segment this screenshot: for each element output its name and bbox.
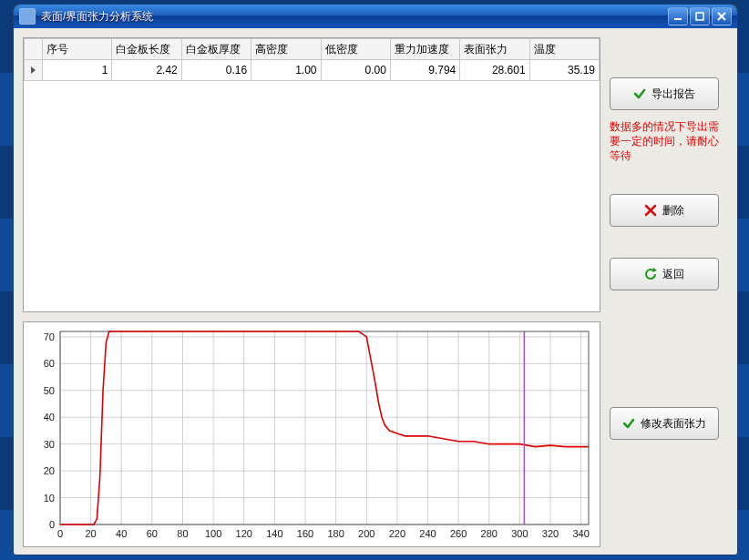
- cell[interactable]: 2.42: [112, 60, 181, 81]
- svg-text:50: 50: [44, 385, 55, 396]
- col-temp[interactable]: 温度: [529, 39, 599, 60]
- x-icon: [644, 204, 657, 217]
- export-note: 数据多的情况下导出需要一定的时间，请耐心等待: [610, 119, 726, 163]
- col-plate-thk[interactable]: 白金板厚度: [181, 39, 251, 60]
- col-low-dens[interactable]: 低密度: [321, 39, 390, 60]
- svg-rect-28: [60, 331, 589, 524]
- chart-svg: 0204060801001201401601802002202402602803…: [24, 322, 600, 546]
- svg-text:40: 40: [44, 412, 55, 423]
- col-seq[interactable]: 序号: [43, 39, 112, 60]
- button-label: 修改表面张力: [641, 416, 706, 432]
- export-report-button[interactable]: 导出报告: [610, 77, 719, 110]
- button-label: 导出报告: [652, 87, 695, 102]
- svg-text:300: 300: [511, 528, 528, 539]
- refresh-icon: [644, 268, 657, 280]
- svg-text:120: 120: [236, 528, 252, 539]
- svg-text:70: 70: [44, 331, 55, 342]
- svg-text:80: 80: [177, 528, 188, 539]
- button-label: 删除: [662, 203, 684, 219]
- button-label: 返回: [662, 267, 684, 282]
- svg-text:220: 220: [389, 528, 405, 539]
- svg-text:30: 30: [44, 439, 55, 450]
- svg-rect-1: [696, 13, 703, 20]
- svg-marker-56: [652, 268, 657, 272]
- window-title: 表面/界面张力分析系统: [41, 9, 668, 25]
- cell[interactable]: 1.00: [251, 60, 321, 81]
- svg-text:40: 40: [116, 528, 127, 539]
- col-tension[interactable]: 表面张力: [460, 39, 529, 60]
- back-button[interactable]: 返回: [610, 258, 719, 290]
- minimize-button[interactable]: [668, 7, 688, 25]
- cell[interactable]: 28.601: [460, 60, 529, 81]
- app-icon: [19, 8, 36, 25]
- modify-tension-button[interactable]: 修改表面张力: [610, 407, 719, 440]
- cell[interactable]: 9.794: [390, 60, 459, 81]
- check-icon: [633, 87, 646, 100]
- svg-text:60: 60: [147, 528, 158, 539]
- svg-text:100: 100: [205, 528, 221, 539]
- maximize-button[interactable]: [690, 7, 710, 25]
- col-plate-len[interactable]: 白金板长度: [112, 39, 181, 60]
- title-bar[interactable]: 表面/界面张力分析系统: [14, 5, 737, 29]
- close-button[interactable]: [712, 7, 732, 25]
- check-icon: [622, 417, 635, 430]
- side-panel: 导出报告 数据多的情况下导出需要一定的时间，请耐心等待 删除 返回 修改表面张力: [610, 37, 728, 545]
- cell[interactable]: 0.00: [321, 60, 390, 81]
- svg-text:20: 20: [44, 465, 55, 476]
- cell[interactable]: 0.16: [181, 60, 251, 81]
- svg-text:340: 340: [572, 528, 589, 539]
- col-high-dens[interactable]: 高密度: [251, 39, 321, 60]
- col-gravity[interactable]: 重力加速度: [390, 39, 459, 60]
- svg-text:240: 240: [419, 528, 436, 539]
- svg-text:20: 20: [85, 528, 96, 539]
- cell[interactable]: 35.19: [529, 60, 599, 81]
- svg-text:60: 60: [44, 358, 55, 369]
- svg-text:320: 320: [542, 528, 559, 539]
- current-row-indicator-icon: [25, 60, 43, 81]
- app-window: 表面/界面张力分析系统 序号 白金板长度 白金板厚度 高密度 低密度 重力加速度…: [13, 4, 738, 555]
- svg-text:0: 0: [57, 528, 63, 539]
- svg-text:140: 140: [266, 528, 282, 539]
- svg-text:260: 260: [450, 528, 467, 539]
- svg-text:0: 0: [49, 519, 55, 530]
- delete-button[interactable]: 删除: [610, 194, 719, 227]
- table-row[interactable]: 1 2.42 0.16 1.00 0.00 9.794 28.601 35.19: [25, 60, 600, 81]
- tension-chart: 0204060801001201401601802002202402602803…: [23, 321, 600, 547]
- cell[interactable]: 1: [43, 60, 112, 81]
- svg-text:180: 180: [327, 528, 344, 539]
- table-header-row: 序号 白金板长度 白金板厚度 高密度 低密度 重力加速度 表面张力 温度: [25, 39, 600, 60]
- data-table[interactable]: 序号 白金板长度 白金板厚度 高密度 低密度 重力加速度 表面张力 温度 1 2…: [23, 37, 600, 312]
- svg-text:280: 280: [481, 528, 498, 539]
- row-indicator-header: [25, 39, 43, 60]
- svg-text:200: 200: [358, 528, 374, 539]
- svg-text:10: 10: [44, 493, 55, 504]
- svg-text:160: 160: [297, 528, 313, 539]
- client-area: 序号 白金板长度 白金板厚度 高密度 低密度 重力加速度 表面张力 温度 1 2…: [14, 28, 737, 555]
